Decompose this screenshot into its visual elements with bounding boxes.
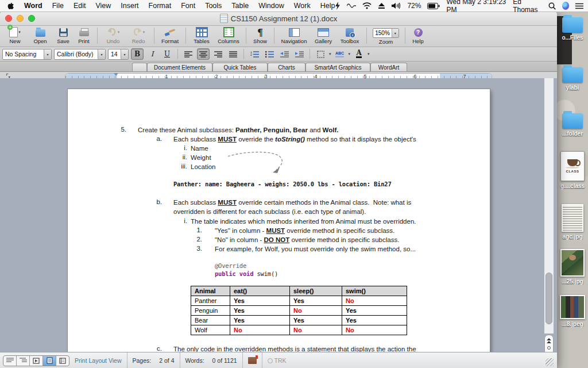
help-button[interactable]: ? Help bbox=[408, 27, 428, 44]
desktop-file-class[interactable]: CLASS g....class bbox=[557, 151, 588, 189]
new-button[interactable]: ▾ New bbox=[2, 27, 28, 44]
style-select[interactable]: No Spacing▾ bbox=[2, 49, 52, 60]
desktop-file-jpg[interactable]: agc.jpg bbox=[557, 204, 588, 240]
open-button[interactable]: Open bbox=[28, 27, 53, 44]
tab-quick-tables[interactable]: Quick Tables bbox=[212, 63, 268, 71]
print-layout-view-button[interactable] bbox=[43, 356, 56, 366]
vertical-scrollbar[interactable] bbox=[544, 78, 554, 334]
menu-format[interactable]: Format bbox=[149, 2, 172, 10]
menu-table[interactable]: Table bbox=[231, 2, 249, 10]
code-rest: swim() bbox=[253, 270, 278, 277]
font-size-select[interactable]: 14▾ bbox=[108, 49, 129, 60]
increase-indent-button[interactable] bbox=[293, 48, 305, 60]
words-indicator[interactable]: Words: 0 of 1121 bbox=[185, 357, 237, 364]
tab-charts[interactable]: Charts bbox=[268, 63, 305, 71]
desktop-label: ...25.jpg bbox=[557, 278, 588, 285]
siri-icon[interactable] bbox=[562, 2, 569, 10]
tab-wordart[interactable]: WordArt bbox=[370, 63, 407, 71]
columns-button[interactable]: Columns bbox=[214, 27, 243, 44]
ribbon-tab-stub[interactable] bbox=[132, 63, 147, 71]
wifi-menu-extra[interactable] bbox=[362, 2, 372, 9]
align-center-button[interactable] bbox=[197, 48, 210, 60]
numbered-list-button[interactable]: 12 bbox=[248, 48, 261, 60]
menu-user[interactable]: Ed Thomas bbox=[513, 0, 542, 14]
tab-document-elements[interactable]: Document Elements bbox=[147, 63, 212, 71]
toolbox-button[interactable]: Toolbox bbox=[336, 27, 363, 44]
borders-button[interactable] bbox=[314, 48, 327, 60]
eject-menu-extra[interactable] bbox=[378, 2, 385, 9]
document-page[interactable]: 5. Create these Animal subclasses: Panth… bbox=[68, 89, 490, 352]
close-button[interactable] bbox=[5, 15, 12, 22]
borders-icon bbox=[317, 51, 324, 58]
status-bar: Print Layout View Pages: 2 of 4 Words: 0… bbox=[0, 352, 557, 368]
menu-file[interactable]: File bbox=[52, 2, 64, 10]
zoom-dropdown-arrow[interactable]: ▾ bbox=[392, 29, 399, 37]
italic-button[interactable]: I bbox=[146, 48, 158, 60]
outline-view-button[interactable] bbox=[17, 356, 30, 366]
chevron-down-icon[interactable]: ▾ bbox=[368, 52, 370, 56]
notification-center[interactable] bbox=[575, 3, 583, 9]
zoom-control[interactable]: 150% ▾ Zoom bbox=[370, 27, 402, 45]
notebook-layout-view-button[interactable] bbox=[56, 356, 69, 366]
previous-page-button[interactable] bbox=[547, 338, 551, 343]
bolt-menu-extra[interactable] bbox=[335, 2, 341, 10]
wave-menu-extra[interactable] bbox=[347, 3, 356, 9]
spelling-grammar-book-icon[interactable] bbox=[248, 357, 257, 364]
tables-button[interactable]: Tables bbox=[189, 27, 214, 44]
search-icon bbox=[548, 2, 556, 10]
align-left-button[interactable] bbox=[182, 48, 195, 60]
chevron-down-icon[interactable]: ▾ bbox=[349, 52, 351, 56]
tab-smartart-graphics[interactable]: SmartArt Graphics bbox=[305, 63, 370, 71]
navigation-button[interactable]: Navigation bbox=[277, 27, 311, 44]
menu-tools[interactable]: Tools bbox=[205, 2, 222, 10]
align-justify-button[interactable] bbox=[227, 48, 239, 60]
gallery-icon bbox=[318, 28, 329, 37]
desktop-folder-generic[interactable]: ...folder bbox=[557, 113, 588, 137]
menu-clock[interactable]: Wed May 2 3:19:23 PM bbox=[446, 0, 506, 14]
font-color-button[interactable]: A bbox=[353, 48, 365, 60]
draft-view-button[interactable] bbox=[3, 356, 17, 366]
desktop-folder-files[interactable]: o...Files bbox=[557, 17, 588, 41]
underline-button[interactable]: U bbox=[161, 48, 173, 60]
zoom-window-button[interactable] bbox=[28, 15, 35, 22]
menu-work[interactable]: Work bbox=[294, 2, 311, 10]
scrollbar-thumb[interactable] bbox=[546, 273, 552, 324]
print-button[interactable]: Print bbox=[74, 27, 94, 44]
select-browse-object-button[interactable] bbox=[547, 346, 551, 350]
spotlight-search[interactable] bbox=[548, 2, 556, 10]
menu-insert[interactable]: Insert bbox=[121, 2, 138, 10]
align-right-button[interactable] bbox=[212, 48, 225, 60]
menu-font[interactable]: Font bbox=[181, 2, 195, 10]
minimize-button[interactable] bbox=[17, 15, 24, 22]
menu-window[interactable]: Window bbox=[258, 2, 284, 10]
window-resize-grip[interactable] bbox=[546, 358, 554, 366]
pages-indicator[interactable]: Pages: 2 of 4 bbox=[133, 357, 175, 364]
bulleted-list-button[interactable] bbox=[263, 48, 276, 60]
chevron-down-icon[interactable]: ▾ bbox=[329, 52, 331, 56]
menu-word[interactable]: Word bbox=[24, 2, 42, 10]
publishing-layout-view-button[interactable] bbox=[30, 356, 43, 366]
bold-button[interactable]: B bbox=[131, 48, 144, 60]
desktop-photo-25jpg[interactable]: ...25.jpg bbox=[557, 249, 588, 285]
menu-view[interactable]: View bbox=[95, 2, 111, 10]
apple-menu[interactable] bbox=[7, 2, 14, 10]
first-line-indent-marker[interactable] bbox=[114, 73, 118, 76]
menu-edit[interactable]: Edit bbox=[74, 2, 86, 10]
volume-menu-extra[interactable] bbox=[392, 2, 401, 9]
battery-menu-extra[interactable] bbox=[427, 3, 440, 9]
decrease-indent-button[interactable] bbox=[278, 48, 291, 60]
desktop-photo-8jpeg[interactable]: ...8.jpeg bbox=[557, 295, 588, 327]
undo-button[interactable]: ▾ Undo bbox=[100, 27, 126, 44]
format-button[interactable]: Format bbox=[157, 27, 183, 44]
font-select[interactable]: Calibri (Body)▾ bbox=[54, 49, 106, 60]
show-button[interactable]: ¶ Show bbox=[249, 27, 271, 44]
track-changes-indicator[interactable]: TRK bbox=[268, 357, 287, 364]
highlight-button[interactable]: ABC bbox=[334, 48, 346, 60]
desktop-folder-ylabi[interactable]: ylabi bbox=[557, 67, 588, 91]
save-button[interactable]: Save bbox=[53, 27, 74, 44]
menu-help[interactable]: Help bbox=[320, 2, 335, 10]
redo-button[interactable]: ▾ Redo bbox=[126, 27, 151, 44]
gallery-button[interactable]: Gallery bbox=[311, 27, 336, 44]
list-icon bbox=[575, 3, 583, 9]
toolbar-separator bbox=[366, 28, 367, 44]
